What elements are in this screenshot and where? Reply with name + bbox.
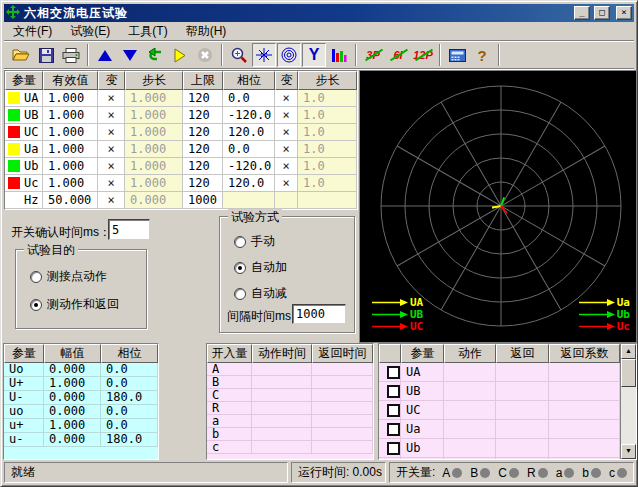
upper-limit-cell[interactable]: 120 xyxy=(183,107,223,124)
impedance-view-button[interactable] xyxy=(277,43,301,67)
scroll-up-button[interactable]: ▲ xyxy=(621,344,636,359)
vary-flag-cell[interactable]: × xyxy=(98,124,125,141)
upper-limit-cell[interactable]: 120 xyxy=(183,158,223,175)
print-button[interactable] xyxy=(59,43,83,67)
vary-flag-cell[interactable]: × xyxy=(98,158,125,175)
rms-value-cell[interactable]: 1.000 xyxy=(43,90,98,107)
phase-value-cell[interactable]: -120.0 xyxy=(223,107,275,124)
step-value-cell[interactable]: 1.000 xyxy=(125,141,183,158)
minimize-button[interactable]: _ xyxy=(574,6,590,20)
open-button[interactable] xyxy=(9,43,33,67)
step-value-cell[interactable]: 1.000 xyxy=(125,175,183,192)
step-value-cell[interactable]: 1.0 xyxy=(298,175,357,192)
vary-flag-cell[interactable]: × xyxy=(275,107,298,124)
scroll-track[interactable] xyxy=(621,387,636,444)
mode-12p-button[interactable]: 12P xyxy=(411,43,435,67)
checkbox[interactable] xyxy=(387,385,400,398)
vary-flag-cell[interactable]: × xyxy=(98,107,125,124)
confirm-time-input[interactable] xyxy=(108,219,150,240)
phase-value-cell[interactable] xyxy=(223,192,275,209)
upper-limit-cell[interactable]: 120 xyxy=(183,141,223,158)
step-value-cell[interactable]: 1.000 xyxy=(125,107,183,124)
lower-button[interactable] xyxy=(118,43,142,67)
phase-value-cell[interactable]: 0.0 xyxy=(223,141,275,158)
vary-flag-cell[interactable]: × xyxy=(275,141,298,158)
sequence-row: uo 0.000 0.0 xyxy=(4,405,158,419)
harmonic-bars-button[interactable] xyxy=(327,43,351,67)
vary-flag-cell[interactable]: × xyxy=(98,192,125,209)
upper-limit-cell[interactable]: 120 xyxy=(183,175,223,192)
rms-value-cell[interactable]: 1.000 xyxy=(43,141,98,158)
checkbox[interactable] xyxy=(387,423,400,436)
rms-value-cell[interactable]: 1.000 xyxy=(43,124,98,141)
checkbox[interactable] xyxy=(387,366,400,379)
vary-flag-cell[interactable]: × xyxy=(98,175,125,192)
purpose-radio-option[interactable]: 测动作和返回 xyxy=(30,296,119,313)
vary-flag-cell[interactable]: × xyxy=(98,141,125,158)
scroll-thumb[interactable] xyxy=(621,359,636,387)
zoom-button[interactable] xyxy=(227,43,251,67)
rms-value-cell[interactable]: 50.000 xyxy=(43,192,98,209)
vary-flag-cell[interactable]: × xyxy=(275,158,298,175)
wye-view-button[interactable]: Y xyxy=(302,43,326,67)
help-button[interactable]: ? xyxy=(470,43,494,67)
step-value-cell[interactable]: 1.000 xyxy=(125,90,183,107)
step-value-cell[interactable]: 1.000 xyxy=(125,124,183,141)
menu-item[interactable]: 试验(E) xyxy=(61,21,119,42)
phasor-arrow-icon xyxy=(372,298,408,307)
step-value-cell[interactable]: 1.0 xyxy=(298,107,357,124)
close-button[interactable]: × xyxy=(616,6,632,20)
vary-flag-cell[interactable]: × xyxy=(98,90,125,107)
step-value-cell[interactable]: 1.0 xyxy=(298,124,357,141)
step-value-cell[interactable] xyxy=(298,192,357,209)
rms-value-cell[interactable]: 1.000 xyxy=(43,107,98,124)
purpose-radio-option[interactable]: 测接点动作 xyxy=(30,268,119,285)
step-value-cell[interactable]: 1.0 xyxy=(298,90,357,107)
upper-limit-cell[interactable]: 1000 xyxy=(183,192,223,209)
group-title: 试验目的 xyxy=(24,242,78,259)
raise-button[interactable] xyxy=(93,43,117,67)
menu-item[interactable]: 工具(T) xyxy=(119,21,176,42)
scroll-down-button[interactable]: ▼ xyxy=(621,444,636,459)
vary-flag-cell[interactable]: × xyxy=(275,90,298,107)
rms-value-cell[interactable]: 1.000 xyxy=(43,158,98,175)
interval-input[interactable] xyxy=(292,304,346,324)
mode-radio-option[interactable]: 自动减 xyxy=(234,285,287,302)
mode-radio-option[interactable]: 手动 xyxy=(234,233,287,250)
phase-value-cell[interactable]: 120.0 xyxy=(223,124,275,141)
calculator-button[interactable] xyxy=(445,43,469,67)
vector-view-button[interactable] xyxy=(252,43,276,67)
mode-3p-button[interactable]: 3P xyxy=(361,43,385,67)
return-time-cell xyxy=(312,402,373,415)
phase-value-cell[interactable]: -120.0 xyxy=(223,158,275,175)
mode-radio-option[interactable]: 自动加 xyxy=(234,259,287,276)
upper-limit-cell[interactable]: 120 xyxy=(183,124,223,141)
phase-value-cell[interactable]: 0.0 xyxy=(223,90,275,107)
vary-flag-cell[interactable]: × xyxy=(275,124,298,141)
step-value-cell[interactable]: 1.000 xyxy=(125,158,183,175)
vary-flag-cell[interactable] xyxy=(275,192,298,209)
phase-cell: 0.0 xyxy=(101,405,158,419)
save-button[interactable] xyxy=(34,43,58,67)
reset-button[interactable] xyxy=(143,43,167,67)
vary-flag-cell[interactable]: × xyxy=(275,175,298,192)
switch-input-row: A xyxy=(207,363,373,376)
upper-limit-cell[interactable]: 120 xyxy=(183,90,223,107)
checkbox[interactable] xyxy=(387,404,400,417)
phase-cell: 180.0 xyxy=(101,391,158,405)
toolbar: Y 3P 6I 12P ? xyxy=(4,42,634,69)
rms-value-cell[interactable]: 1.000 xyxy=(43,175,98,192)
menu-item[interactable]: 帮助(H) xyxy=(177,21,236,42)
step-value-cell[interactable]: 0.000 xyxy=(125,192,183,209)
step-value-cell[interactable]: 1.0 xyxy=(298,141,357,158)
menu-item[interactable]: 文件(F) xyxy=(4,21,61,42)
parameter-name-cell: UC xyxy=(5,124,43,141)
return-time-cell xyxy=(312,389,373,402)
checkbox[interactable] xyxy=(387,442,400,455)
phase-value-cell[interactable]: 120.0 xyxy=(223,175,275,192)
maximize-button[interactable]: □ xyxy=(594,6,610,20)
vertical-scrollbar[interactable]: ▲ ▼ xyxy=(620,344,636,459)
step-value-cell[interactable]: 1.0 xyxy=(298,158,357,175)
start-button[interactable] xyxy=(168,43,192,67)
mode-6i-button[interactable]: 6I xyxy=(386,43,410,67)
